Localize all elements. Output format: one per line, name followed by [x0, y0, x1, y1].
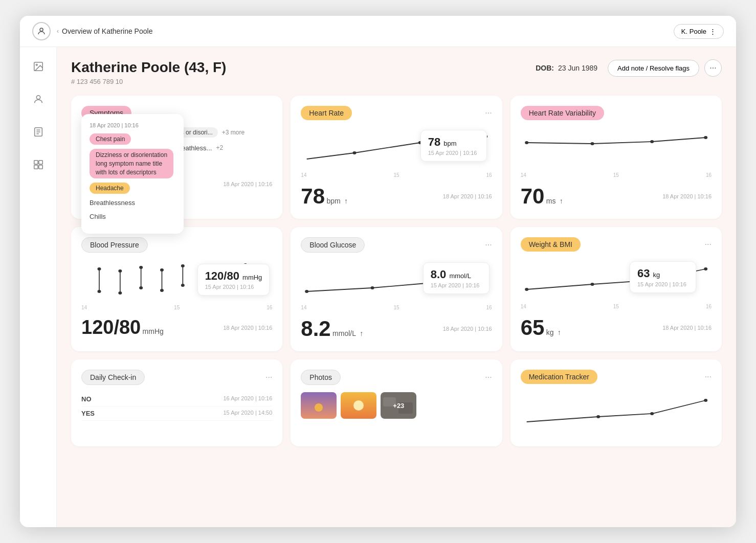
bg-footer-date: 18 Apr 2020 | 10:16 — [443, 326, 492, 332]
bg-axis-16: 16 — [486, 305, 492, 310]
photos-menu[interactable]: ··· — [485, 373, 492, 382]
svg-point-63 — [704, 399, 707, 402]
bg-axis-14: 14 — [301, 305, 306, 310]
photo-row: +23 — [301, 392, 492, 419]
heart-rate-menu[interactable]: ··· — [485, 108, 492, 118]
hrv-tag: Heart Rate Variability — [521, 106, 604, 120]
hr-axis-16: 16 — [486, 172, 492, 178]
user-pill[interactable]: K. Poole ⋮ — [674, 24, 724, 39]
app-logo — [32, 22, 51, 40]
sidebar-files-icon[interactable] — [29, 155, 48, 174]
svg-rect-9 — [38, 161, 42, 164]
svg-rect-8 — [34, 161, 37, 164]
header-actions: Add note / Resolve flags ··· — [608, 59, 722, 77]
add-note-button[interactable]: Add note / Resolve flags — [608, 60, 699, 77]
svg-point-55 — [315, 403, 323, 412]
svg-rect-11 — [38, 165, 42, 169]
patient-name: Katherine Poole (43, F) — [71, 59, 226, 76]
hrv-footer-date: 18 Apr 2020 | 10:16 — [662, 193, 711, 199]
bp-footer-date: 18 Apr 2020 | 10:16 — [224, 325, 273, 331]
popup-item-dizziness: Dizziness or disorientationlong symptom … — [90, 149, 175, 178]
bg-axis: 14 15 16 — [301, 305, 492, 310]
svg-point-32 — [181, 264, 185, 267]
weight-tooltip-unit: kg — [653, 271, 660, 279]
weight-menu[interactable]: ··· — [705, 240, 711, 249]
sidebar-gallery-icon[interactable] — [29, 57, 48, 76]
popup-tag-headache: Headache — [90, 183, 130, 194]
svg-point-27 — [139, 286, 143, 289]
weight-axis-14: 14 — [521, 304, 526, 309]
weight-bmi-card: Weight & BMI ··· 63 — [510, 227, 722, 351]
hrv-axis-15: 15 — [613, 172, 619, 178]
daily-card-header: Daily Check-in ··· — [81, 370, 272, 385]
daily-no-value: NO — [81, 395, 92, 403]
bp-chart: 120/80 mmHg 15 Apr 2020 | 10:16 — [81, 260, 272, 301]
bg-tag: Blood Glucose — [301, 237, 365, 253]
heart-rate-axis: 14 15 16 — [301, 172, 492, 178]
hr-stat-value: 78 — [301, 184, 325, 208]
sidebar-person-icon[interactable] — [29, 90, 48, 108]
content-area: Katherine Poole (43, F) # 123 456 789 10… — [57, 47, 736, 527]
photos-card-header: Photos ··· — [301, 370, 492, 385]
top-bar-left: ‹ Overview of Katherine Poole — [32, 22, 152, 40]
bg-card-header: Blood Glucose ··· — [301, 237, 492, 253]
blood-glucose-card: Blood Glucose ··· 8.0 — [291, 227, 502, 351]
weight-stat-value: 65 — [521, 315, 545, 340]
svg-point-3 — [36, 96, 40, 99]
weight-tooltip-date: 15 Apr 2020 | 10:16 — [637, 281, 688, 287]
breadcrumb-text[interactable]: Overview of Katherine Poole — [62, 27, 152, 35]
bp-axis-14: 14 — [81, 305, 87, 310]
bp-axis-16: 16 — [266, 305, 272, 310]
heart-rate-tooltip-unit: bpm — [443, 140, 456, 147]
daily-row-yes: YES 15 Apr 2020 | 14:50 — [81, 406, 272, 421]
bp-tooltip-value: 120/80 mmHg — [205, 269, 262, 283]
daily-yes-value: YES — [81, 410, 95, 417]
heart-rate-tooltip-value: 78 bpm — [428, 135, 479, 149]
weight-axis: 14 15 16 — [521, 304, 711, 309]
photos-tag: Photos — [301, 370, 341, 385]
bp-tooltip: 120/80 mmHg 15 Apr 2020 | 10:16 — [197, 264, 270, 296]
svg-point-2 — [36, 64, 37, 65]
photo-3-with-count: +23 — [381, 392, 416, 419]
heart-rate-tag: Heart Rate — [301, 106, 352, 120]
popup-tag-dizziness: Dizziness or disorientationlong symptom … — [90, 149, 173, 178]
popup-item-breathlessness: Breathlessness — [90, 198, 175, 208]
bg-chart: 8.0 mmol/L 15 Apr 2020 | 10:16 — [301, 260, 492, 301]
svg-point-26 — [139, 266, 143, 269]
bp-axis: 14 15 16 — [81, 305, 272, 310]
sidebar-notes-icon[interactable] — [29, 123, 48, 141]
svg-point-50 — [525, 288, 528, 291]
weight-axis-15: 15 — [613, 304, 619, 309]
bg-stat-unit: mmol/L — [332, 329, 356, 337]
hr-axis-14: 14 — [301, 172, 306, 178]
cards-grid: Symptoms 18 Apr Chest pain Dizziness or … — [71, 96, 722, 446]
med-menu[interactable]: ··· — [705, 372, 711, 381]
svg-point-18 — [704, 136, 707, 139]
med-tag: Medication Tracker — [521, 370, 597, 384]
bp-stat-value: 120/80 — [81, 316, 141, 338]
svg-point-62 — [650, 412, 654, 415]
bp-tooltip-date: 15 Apr 2020 | 10:16 — [205, 284, 262, 290]
hrv-card-header: Heart Rate Variability — [521, 106, 711, 120]
main-layout: Katherine Poole (43, F) # 123 456 789 10… — [20, 47, 736, 527]
hr-stat-unit: bpm — [326, 197, 340, 205]
dob-label: DOB: — [536, 64, 554, 72]
patient-more-button[interactable]: ··· — [704, 59, 722, 77]
popup-item-headache: Headache — [90, 183, 175, 194]
bg-menu[interactable]: ··· — [485, 240, 492, 250]
heart-rate-chart: 78 bpm 15 Apr 2020 | 10:16 — [301, 127, 492, 168]
weight-axis-16: 16 — [706, 304, 711, 309]
svg-point-20 — [97, 267, 101, 270]
svg-point-53 — [704, 267, 707, 270]
heart-rate-tooltip-date: 15 Apr 2020 | 10:16 — [428, 150, 479, 156]
hrv-stat-unit: ms — [546, 197, 556, 205]
patient-id: # 123 456 789 10 — [71, 78, 226, 85]
svg-point-61 — [596, 415, 600, 418]
hrv-chart — [521, 127, 711, 168]
weight-footer-date: 18 Apr 2020 | 10:16 — [662, 325, 711, 331]
svg-rect-10 — [34, 165, 37, 169]
photo-count: +23 — [393, 402, 404, 410]
bg-footer: 8.2 mmol/L ↑ 18 Apr 2020 | 10:16 — [301, 316, 492, 341]
daily-menu[interactable]: ··· — [265, 373, 272, 382]
svg-point-15 — [525, 141, 528, 144]
